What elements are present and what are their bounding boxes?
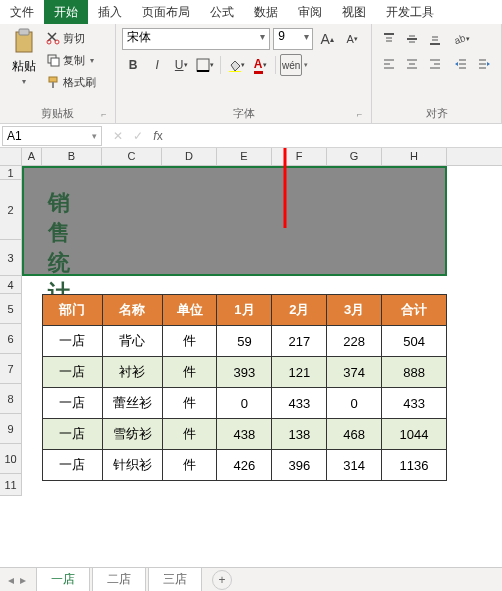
table-cell[interactable]: 蕾丝衫 <box>102 388 162 419</box>
table-cell[interactable]: 雪纺衫 <box>102 419 162 450</box>
table-cell[interactable]: 针织衫 <box>102 450 162 481</box>
row-header-1[interactable]: 1 <box>0 166 22 180</box>
table-cell[interactable]: 0 <box>327 388 382 419</box>
tab-公式[interactable]: 公式 <box>200 0 244 24</box>
align-center-button[interactable] <box>401 53 423 75</box>
tab-视图[interactable]: 视图 <box>332 0 376 24</box>
increase-font-button[interactable]: A▴ <box>316 28 338 50</box>
tab-开发工具[interactable]: 开发工具 <box>376 0 444 24</box>
table-header[interactable]: 2月 <box>272 295 327 326</box>
table-header[interactable]: 3月 <box>327 295 382 326</box>
sheet-tab-二店[interactable]: 二店 <box>92 567 146 592</box>
copy-button[interactable]: 复制▾ <box>46 50 96 70</box>
row-header-7[interactable]: 7 <box>0 354 22 384</box>
add-sheet-button[interactable]: + <box>212 570 232 590</box>
table-cell[interactable]: 396 <box>272 450 327 481</box>
table-cell[interactable]: 0 <box>217 388 272 419</box>
col-header-A[interactable]: A <box>22 148 42 165</box>
decrease-font-button[interactable]: A▾ <box>341 28 363 50</box>
table-cell[interactable]: 件 <box>162 388 217 419</box>
table-cell[interactable]: 217 <box>272 326 327 357</box>
fx-ok-button[interactable]: ✓ <box>128 129 148 143</box>
font-family-select[interactable]: 宋体 <box>122 28 270 50</box>
table-cell[interactable]: 一店 <box>43 357 103 388</box>
tab-数据[interactable]: 数据 <box>244 0 288 24</box>
table-cell[interactable]: 228 <box>327 326 382 357</box>
row-header-5[interactable]: 5 <box>0 294 22 324</box>
col-header-B[interactable]: B <box>42 148 102 165</box>
table-cell[interactable]: 314 <box>327 450 382 481</box>
table-cell[interactable]: 一店 <box>43 419 103 450</box>
table-cell[interactable]: 件 <box>162 419 217 450</box>
table-cell[interactable]: 件 <box>162 326 217 357</box>
sheet-tab-三店[interactable]: 三店 <box>148 567 202 592</box>
formula-input[interactable] <box>168 126 502 146</box>
row-header-11[interactable]: 11 <box>0 474 22 496</box>
align-top-button[interactable] <box>378 28 400 50</box>
italic-button[interactable]: I <box>146 54 168 76</box>
col-header-E[interactable]: E <box>217 148 272 165</box>
table-cell[interactable]: 888 <box>382 357 447 388</box>
fill-color-button[interactable]: ▾ <box>225 54 247 76</box>
align-middle-button[interactable] <box>401 28 423 50</box>
fx-cancel-button[interactable]: ✕ <box>108 129 128 143</box>
table-cell[interactable]: 件 <box>162 450 217 481</box>
table-cell[interactable]: 426 <box>217 450 272 481</box>
table-header[interactable]: 单位 <box>162 295 217 326</box>
row-header-10[interactable]: 10 <box>0 444 22 474</box>
row-header-8[interactable]: 8 <box>0 384 22 414</box>
col-header-H[interactable]: H <box>382 148 447 165</box>
table-cell[interactable]: 438 <box>217 419 272 450</box>
table-cell[interactable]: 1044 <box>382 419 447 450</box>
cut-button[interactable]: 剪切 <box>46 28 96 48</box>
clipboard-expand[interactable]: ⌐ <box>101 109 113 121</box>
font-color-button[interactable]: A▾ <box>249 54 271 76</box>
increase-indent-button[interactable] <box>473 53 495 75</box>
font-size-select[interactable]: 9 <box>273 28 313 50</box>
font-expand[interactable]: ⌐ <box>357 109 369 121</box>
col-header-G[interactable]: G <box>327 148 382 165</box>
format-painter-button[interactable]: 格式刷 <box>46 72 96 92</box>
sheet-tab-一店[interactable]: 一店 <box>36 567 90 592</box>
border-button[interactable]: ▾ <box>194 54 216 76</box>
col-header-C[interactable]: C <box>102 148 162 165</box>
table-cell[interactable]: 背心 <box>102 326 162 357</box>
table-header[interactable]: 名称 <box>102 295 162 326</box>
phonetic-button[interactable]: wén <box>280 54 302 76</box>
row-header-3[interactable]: 3 <box>0 240 22 276</box>
align-right-button[interactable] <box>424 53 446 75</box>
name-box[interactable]: A1▾ <box>2 126 102 146</box>
table-cell[interactable]: 121 <box>272 357 327 388</box>
tab-开始[interactable]: 开始 <box>44 0 88 24</box>
table-cell[interactable]: 433 <box>272 388 327 419</box>
table-cell[interactable]: 一店 <box>43 388 103 419</box>
select-all-corner[interactable] <box>0 148 22 166</box>
table-cell[interactable]: 一店 <box>43 450 103 481</box>
table-header[interactable]: 部门 <box>43 295 103 326</box>
row-header-4[interactable]: 4 <box>0 276 22 294</box>
align-bottom-button[interactable] <box>424 28 446 50</box>
row-header-6[interactable]: 6 <box>0 324 22 354</box>
underline-button[interactable]: U▾ <box>170 54 192 76</box>
table-cell[interactable]: 件 <box>162 357 217 388</box>
align-left-button[interactable] <box>378 53 400 75</box>
table-header[interactable]: 合计 <box>382 295 447 326</box>
table-cell[interactable]: 393 <box>217 357 272 388</box>
table-cell[interactable]: 1136 <box>382 450 447 481</box>
bold-button[interactable]: B <box>122 54 144 76</box>
paste-button[interactable]: 粘贴 ▾ <box>6 28 42 92</box>
table-header[interactable]: 1月 <box>217 295 272 326</box>
tab-审阅[interactable]: 审阅 <box>288 0 332 24</box>
sheet-prev-button[interactable]: ◂ <box>8 573 14 587</box>
decrease-indent-button[interactable] <box>450 53 472 75</box>
table-cell[interactable]: 59 <box>217 326 272 357</box>
table-cell[interactable]: 138 <box>272 419 327 450</box>
tab-文件[interactable]: 文件 <box>0 0 44 24</box>
table-cell[interactable]: 468 <box>327 419 382 450</box>
table-cell[interactable]: 衬衫 <box>102 357 162 388</box>
table-cell[interactable]: 374 <box>327 357 382 388</box>
sheet-next-button[interactable]: ▸ <box>20 573 26 587</box>
row-header-2[interactable]: 2 <box>0 180 22 240</box>
col-header-D[interactable]: D <box>162 148 217 165</box>
tab-插入[interactable]: 插入 <box>88 0 132 24</box>
